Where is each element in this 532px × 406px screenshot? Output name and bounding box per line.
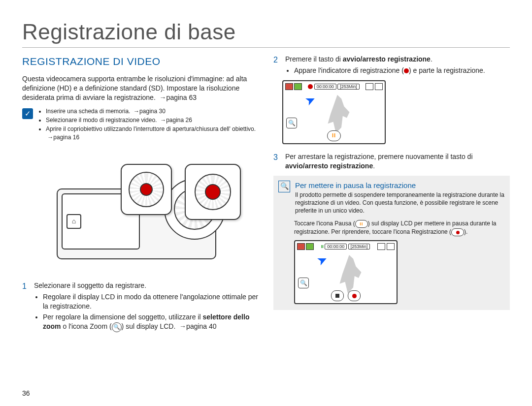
lcd-res-icon: [294, 83, 302, 90]
lcd-elapsed-time: 00:00:00: [314, 84, 336, 90]
record-button[interactable]: [348, 290, 361, 301]
lcd-mode-icon: [297, 243, 305, 250]
precondition-item: Inserire una scheda di memoria. →pagina …: [46, 107, 259, 115]
record-icon: [451, 228, 464, 236]
step-1-bullet: Regolare il display LCD in modo da otten…: [43, 292, 259, 311]
stop-button[interactable]: [331, 290, 344, 301]
record-indicator-icon: [308, 84, 313, 89]
tip-sub: Toccare l'icona Pausa (II) sul display L…: [294, 219, 505, 236]
tip-title: Per mettere in pausa la registrazione: [295, 181, 505, 190]
lcd-elapsed-time: 00:00:00: [325, 244, 347, 250]
chapter-title: Registrazione di base: [22, 20, 510, 48]
pause-icon: II: [332, 132, 336, 139]
record-button-icon: [140, 183, 153, 196]
step-3: 3 Per arrestare la registrazione, premer…: [273, 152, 510, 171]
intro-text: Questa videocamera supporta entrambe le …: [22, 74, 259, 102]
right-column: 2 Premere il tasto di avvio/arresto regi…: [273, 55, 510, 337]
step-number: 1: [22, 281, 29, 334]
zoom-icon: 🔍: [112, 322, 122, 332]
zoom-icon[interactable]: 🔍: [286, 118, 297, 128]
step-1-title: Selezionare il soggetto da registrare.: [34, 281, 146, 289]
record-button-callout: [185, 164, 241, 220]
step-number: 3: [273, 152, 280, 171]
step-number: 2: [273, 55, 280, 77]
record-icon: [352, 294, 357, 298]
step-2-bullet: Appare l'indicatore di registrazione () …: [294, 66, 510, 75]
check-icon: ✓: [22, 108, 33, 119]
page-ref-arrow-icon: →: [158, 94, 166, 101]
preconditions-box: ✓ Inserire una scheda di memoria. →pagin…: [22, 107, 259, 142]
card-icon: [366, 83, 373, 90]
step-1: 1 Selezionare il soggetto da registrare.…: [22, 281, 259, 334]
zoom-icon[interactable]: 🔍: [298, 278, 309, 288]
lcd-remaining-time: [253Min]: [337, 84, 360, 90]
subject-silhouette-icon: [325, 95, 352, 133]
section-title: REGISTRAZIONE DI VIDEO: [22, 55, 259, 68]
pause-icon: II: [355, 220, 368, 228]
record-indicator-icon: [404, 68, 409, 73]
step-1-bullet: Per regolare la dimensione del soggetto,…: [43, 312, 259, 332]
pause-button[interactable]: II: [327, 130, 341, 141]
card-icon: [377, 243, 385, 250]
left-column: REGISTRAZIONE DI VIDEO Questa videocamer…: [22, 55, 259, 337]
lcd-preview-recording: 00:00:00 [253Min] ➤ 🔍 II: [282, 80, 386, 144]
subject-silhouette-icon: [337, 255, 364, 293]
page-number: 36: [22, 389, 30, 397]
stop-icon: [335, 294, 339, 298]
battery-icon: [375, 83, 383, 90]
step-2: 2 Premere il tasto di avvio/arresto regi…: [273, 55, 510, 77]
magnifier-icon: 🔍: [278, 181, 290, 192]
home-icon: ⌂: [66, 214, 81, 229]
precondition-item: Aprire il copriobiettivo utilizzando l'i…: [46, 125, 259, 141]
pause-indicator-icon: II: [321, 244, 324, 249]
tip-body: Il prodotto permette di sospendere tempo…: [295, 191, 505, 215]
pause-tip-block: 🔍 Per mettere in pausa la registrazione …: [273, 176, 510, 310]
lcd-res-icon: [306, 243, 314, 250]
camcorder-illustration: ⌂: [47, 149, 234, 272]
lcd-mode-icon: [285, 83, 293, 90]
precondition-item: Selezionare il modo di registrazione vid…: [46, 116, 259, 124]
lcd-preview-paused: II 00:00:00 [253Min] ➤ 🔍: [294, 240, 398, 304]
zoom-dial-callout: [121, 164, 172, 215]
lcd-remaining-time: [253Min]: [348, 244, 370, 250]
battery-icon: [387, 243, 395, 250]
